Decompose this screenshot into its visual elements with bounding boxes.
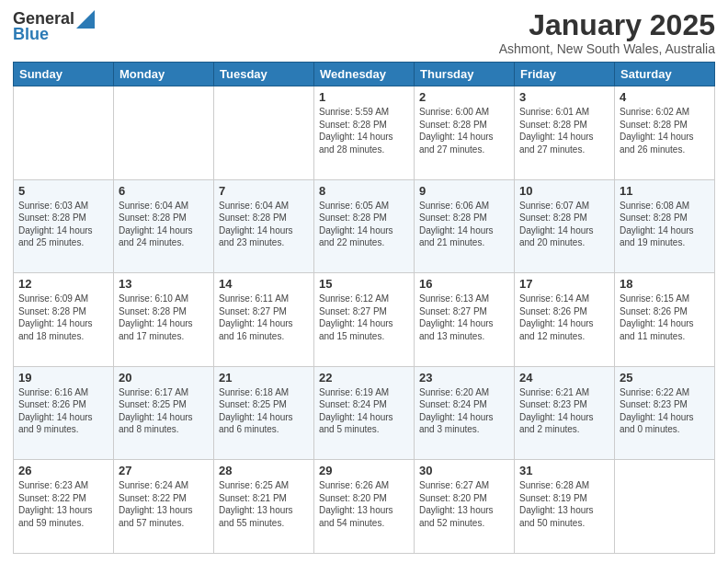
day-info: Sunrise: 6:21 AMSunset: 8:23 PMDaylight:… <box>519 387 594 435</box>
cell-4-3: 21Sunrise: 6:18 AMSunset: 8:25 PMDayligh… <box>214 366 314 460</box>
week-row-4: 19Sunrise: 6:16 AMSunset: 8:26 PMDayligh… <box>14 366 715 460</box>
cell-5-1: 26Sunrise: 6:23 AMSunset: 8:22 PMDayligh… <box>14 460 114 554</box>
day-info: Sunrise: 6:23 AMSunset: 8:22 PMDaylight:… <box>18 480 93 528</box>
cell-2-6: 10Sunrise: 6:07 AMSunset: 8:28 PMDayligh… <box>515 179 615 273</box>
cell-1-2 <box>114 86 214 180</box>
week-row-5: 26Sunrise: 6:23 AMSunset: 8:22 PMDayligh… <box>14 460 715 554</box>
svg-marker-0 <box>76 10 95 29</box>
day-info: Sunrise: 6:02 AMSunset: 8:28 PMDaylight:… <box>620 107 694 155</box>
day-number: 9 <box>419 184 509 198</box>
day-info: Sunrise: 6:06 AMSunset: 8:28 PMDaylight:… <box>419 201 494 248</box>
day-number: 22 <box>319 371 409 385</box>
day-info: Sunrise: 6:04 AMSunset: 8:28 PMDaylight:… <box>219 201 293 248</box>
cell-4-5: 23Sunrise: 6:20 AMSunset: 8:24 PMDayligh… <box>415 366 515 460</box>
cell-4-7: 25Sunrise: 6:22 AMSunset: 8:23 PMDayligh… <box>615 366 715 460</box>
col-tuesday: Tuesday <box>214 63 314 86</box>
cell-1-7: 4Sunrise: 6:02 AMSunset: 8:28 PMDaylight… <box>615 86 715 180</box>
day-info: Sunrise: 6:03 AMSunset: 8:28 PMDaylight:… <box>18 201 93 248</box>
day-number: 23 <box>419 371 509 385</box>
cell-3-6: 17Sunrise: 6:14 AMSunset: 8:26 PMDayligh… <box>515 273 615 367</box>
week-row-1: 1Sunrise: 5:59 AMSunset: 8:28 PMDaylight… <box>14 86 715 180</box>
day-number: 8 <box>319 184 409 198</box>
cell-3-3: 14Sunrise: 6:11 AMSunset: 8:27 PMDayligh… <box>214 273 314 367</box>
day-info: Sunrise: 6:16 AMSunset: 8:26 PMDaylight:… <box>18 387 93 435</box>
cell-5-4: 29Sunrise: 6:26 AMSunset: 8:20 PMDayligh… <box>314 460 415 554</box>
cell-5-5: 30Sunrise: 6:27 AMSunset: 8:20 PMDayligh… <box>415 460 515 554</box>
day-number: 15 <box>319 277 409 291</box>
day-number: 3 <box>519 90 609 104</box>
day-number: 21 <box>219 371 309 385</box>
day-info: Sunrise: 6:01 AMSunset: 8:28 PMDaylight:… <box>519 107 594 155</box>
day-info: Sunrise: 6:07 AMSunset: 8:28 PMDaylight:… <box>519 201 594 248</box>
day-number: 28 <box>219 464 309 477</box>
day-number: 20 <box>119 371 209 385</box>
day-info: Sunrise: 6:00 AMSunset: 8:28 PMDaylight:… <box>419 107 494 155</box>
day-number: 7 <box>219 184 309 198</box>
day-info: Sunrise: 6:27 AMSunset: 8:20 PMDaylight:… <box>419 480 494 528</box>
day-info: Sunrise: 6:17 AMSunset: 8:25 PMDaylight:… <box>119 387 193 435</box>
day-number: 18 <box>620 277 710 291</box>
day-info: Sunrise: 6:25 AMSunset: 8:21 PMDaylight:… <box>219 480 293 528</box>
day-number: 29 <box>319 464 409 477</box>
day-number: 12 <box>18 277 108 291</box>
day-number: 26 <box>18 464 108 477</box>
week-row-2: 5Sunrise: 6:03 AMSunset: 8:28 PMDaylight… <box>14 179 715 273</box>
day-number: 30 <box>419 464 509 477</box>
cell-4-6: 24Sunrise: 6:21 AMSunset: 8:23 PMDayligh… <box>515 366 615 460</box>
day-number: 17 <box>519 277 609 291</box>
cell-5-7 <box>615 460 715 554</box>
day-number: 11 <box>620 184 710 198</box>
day-info: Sunrise: 6:14 AMSunset: 8:26 PMDaylight:… <box>519 293 594 341</box>
cell-1-3 <box>214 86 314 180</box>
day-info: Sunrise: 6:20 AMSunset: 8:24 PMDaylight:… <box>419 387 494 435</box>
cell-3-2: 13Sunrise: 6:10 AMSunset: 8:28 PMDayligh… <box>114 273 214 367</box>
day-number: 13 <box>119 277 209 291</box>
day-info: Sunrise: 6:12 AMSunset: 8:27 PMDaylight:… <box>319 293 393 341</box>
day-info: Sunrise: 6:08 AMSunset: 8:28 PMDaylight:… <box>620 201 694 248</box>
cell-4-1: 19Sunrise: 6:16 AMSunset: 8:26 PMDayligh… <box>14 366 114 460</box>
cell-2-3: 7Sunrise: 6:04 AMSunset: 8:28 PMDaylight… <box>214 179 314 273</box>
col-saturday: Saturday <box>615 63 715 86</box>
day-number: 5 <box>18 184 108 198</box>
day-info: Sunrise: 5:59 AMSunset: 8:28 PMDaylight:… <box>319 107 393 155</box>
col-monday: Monday <box>114 63 214 86</box>
cell-5-6: 31Sunrise: 6:28 AMSunset: 8:19 PMDayligh… <box>515 460 615 554</box>
cell-1-6: 3Sunrise: 6:01 AMSunset: 8:28 PMDaylight… <box>515 86 615 180</box>
day-number: 10 <box>519 184 609 198</box>
day-number: 14 <box>219 277 309 291</box>
day-number: 1 <box>319 90 409 104</box>
col-sunday: Sunday <box>14 63 114 86</box>
col-wednesday: Wednesday <box>314 63 415 86</box>
day-number: 27 <box>119 464 209 477</box>
day-info: Sunrise: 6:22 AMSunset: 8:23 PMDaylight:… <box>620 387 694 435</box>
day-info: Sunrise: 6:13 AMSunset: 8:27 PMDaylight:… <box>419 293 494 341</box>
page: General Blue January 2025 Ashmont, New S… <box>0 0 728 563</box>
header: General Blue January 2025 Ashmont, New S… <box>13 9 715 56</box>
cell-1-5: 2Sunrise: 6:00 AMSunset: 8:28 PMDaylight… <box>415 86 515 180</box>
day-info: Sunrise: 6:10 AMSunset: 8:28 PMDaylight:… <box>119 293 193 341</box>
day-number: 2 <box>419 90 509 104</box>
cell-4-4: 22Sunrise: 6:19 AMSunset: 8:24 PMDayligh… <box>314 366 415 460</box>
day-info: Sunrise: 6:18 AMSunset: 8:25 PMDaylight:… <box>219 387 293 435</box>
title-block: January 2025 Ashmont, New South Wales, A… <box>499 9 715 56</box>
cell-3-1: 12Sunrise: 6:09 AMSunset: 8:28 PMDayligh… <box>14 273 114 367</box>
day-info: Sunrise: 6:26 AMSunset: 8:20 PMDaylight:… <box>319 480 393 528</box>
day-number: 6 <box>119 184 209 198</box>
subtitle: Ashmont, New South Wales, Australia <box>499 41 715 56</box>
col-friday: Friday <box>515 63 615 86</box>
cell-3-4: 15Sunrise: 6:12 AMSunset: 8:27 PMDayligh… <box>314 273 415 367</box>
logo-icon <box>76 10 95 29</box>
calendar-table: Sunday Monday Tuesday Wednesday Thursday… <box>13 62 715 554</box>
cell-2-2: 6Sunrise: 6:04 AMSunset: 8:28 PMDaylight… <box>114 179 214 273</box>
cell-5-2: 27Sunrise: 6:24 AMSunset: 8:22 PMDayligh… <box>114 460 214 554</box>
cell-3-5: 16Sunrise: 6:13 AMSunset: 8:27 PMDayligh… <box>415 273 515 367</box>
cell-2-7: 11Sunrise: 6:08 AMSunset: 8:28 PMDayligh… <box>615 179 715 273</box>
day-number: 31 <box>519 464 609 477</box>
day-number: 4 <box>620 90 710 104</box>
cell-4-2: 20Sunrise: 6:17 AMSunset: 8:25 PMDayligh… <box>114 366 214 460</box>
day-number: 19 <box>18 371 108 385</box>
day-number: 24 <box>519 371 609 385</box>
cell-1-1 <box>14 86 114 180</box>
cell-2-5: 9Sunrise: 6:06 AMSunset: 8:28 PMDaylight… <box>415 179 515 273</box>
logo: General Blue <box>13 9 95 44</box>
